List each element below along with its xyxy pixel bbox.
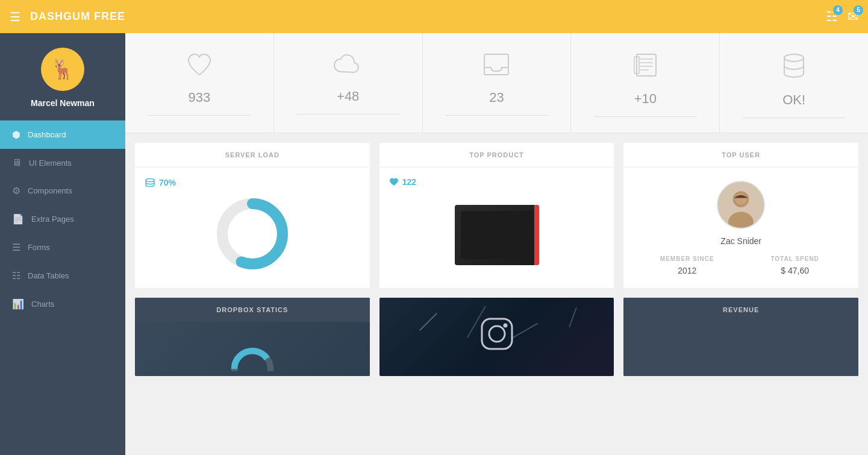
svg-point-7: [784, 54, 804, 61]
donut-svg: [210, 192, 295, 276]
revenue-title: REVENUE: [623, 298, 858, 322]
top-product-body: 122: [379, 168, 614, 288]
user-member-since: MEMBER SINCE 2012: [643, 256, 731, 275]
profile-name: Marcel Newman: [31, 98, 95, 108]
sidebar-profile: 🦌 Marcel Newman: [0, 33, 125, 121]
server-load-badge: 70%: [145, 177, 176, 188]
heart-icon: [186, 52, 213, 80]
top-user-title: TOP USER: [623, 143, 858, 168]
layout: 🦌 Marcel Newman ⬢ Dashboard 🖥 UI Element…: [0, 33, 868, 455]
bottom-row: DROPBOX STATICS: [125, 298, 868, 386]
user-total-spend: TOTAL SPEND $ 47,60: [751, 256, 839, 275]
product-image: [455, 205, 539, 265]
stat-news: +10: [571, 33, 720, 133]
database-icon: [781, 52, 807, 83]
server-load-title: SERVER LOAD: [135, 143, 370, 168]
sidebar-item-dashboard[interactable]: ⬢ Dashboard: [0, 121, 125, 149]
stat-news-value: +10: [634, 91, 657, 107]
sidebar-label-charts: Charts: [31, 300, 54, 309]
star-background: [379, 298, 614, 376]
server-load-percent: 70%: [159, 178, 176, 187]
stat-divider: [594, 116, 697, 117]
tables-icon: ☷: [12, 270, 20, 281]
revenue-card: REVENUE: [623, 298, 858, 376]
sidebar-item-components[interactable]: ⚙ Components: [0, 177, 125, 205]
member-since-label: MEMBER SINCE: [643, 256, 731, 262]
pages-icon: 📄: [12, 213, 24, 225]
total-spend-label: TOTAL SPEND: [751, 256, 839, 262]
stat-divider: [445, 115, 548, 116]
sidebar-label-extra-pages: Extra Pages: [31, 215, 74, 224]
server-load-body: 70%: [135, 168, 370, 288]
cloud-icon: [333, 52, 363, 79]
stat-database-value: OK!: [782, 92, 805, 108]
product-likes-value: 122: [402, 177, 416, 187]
dropbox-body: [135, 322, 370, 376]
sidebar-item-charts[interactable]: 📊 Charts: [0, 290, 125, 318]
stat-divider: [296, 114, 399, 115]
sidebar-item-forms[interactable]: ☰ Forms: [0, 233, 125, 262]
avatar-icon: 🦌: [51, 58, 75, 81]
stats-row: 933 +48: [125, 33, 868, 133]
sidebar: 🦌 Marcel Newman ⬢ Dashboard 🖥 UI Element…: [0, 33, 125, 455]
dropbox-card: DROPBOX STATICS: [135, 298, 370, 376]
total-spend-value: $ 47,60: [751, 266, 839, 275]
header-actions: ☷ 4 ✉ 5: [826, 9, 858, 25]
hamburger-icon[interactable]: ☰: [10, 10, 20, 24]
revenue-body: [623, 322, 858, 376]
product-likes-badge: 122: [389, 177, 416, 187]
stat-inbox-value: 23: [489, 90, 504, 105]
instagram-card: [379, 298, 614, 376]
forms-icon: ☰: [12, 242, 20, 253]
stat-likes-value: 933: [189, 90, 211, 105]
sidebar-item-data-tables[interactable]: ☷ Data Tables: [0, 262, 125, 290]
inbox-icon: [482, 52, 510, 80]
top-user-stats: MEMBER SINCE 2012 TOTAL SPEND $ 47,60: [633, 256, 849, 275]
header: ☰ DASHGUM FREE ☷ 4 ✉ 5: [0, 0, 868, 33]
member-since-value: 2012: [643, 266, 731, 275]
server-load-card: SERVER LOAD 70%: [135, 143, 370, 288]
top-user-name: Zac Snider: [720, 236, 761, 246]
sidebar-label-components: Components: [28, 186, 72, 195]
stat-database: OK!: [720, 33, 868, 133]
app-title: DASHGUM FREE: [30, 10, 826, 23]
top-user-card: TOP USER Zac Snider: [623, 143, 858, 288]
dashboard-icon: ⬢: [12, 129, 20, 140]
sidebar-item-ui-elements[interactable]: 🖥 UI Elements: [0, 149, 125, 177]
email-button[interactable]: ✉ 5: [848, 9, 858, 25]
top-user-avatar: [717, 181, 765, 229]
dropbox-title: DROPBOX STATICS: [135, 298, 370, 322]
main-content: 933 +48: [125, 33, 868, 455]
stat-inbox: 23: [423, 33, 572, 133]
sidebar-label-dashboard: Dashboard: [28, 130, 66, 139]
dropbox-donut: [222, 335, 283, 371]
svg-point-8: [146, 179, 154, 182]
product-image-inner: [461, 211, 533, 259]
sidebar-label-ui-elements: UI Elements: [29, 158, 72, 168]
svg-rect-1: [637, 54, 656, 76]
stat-likes: 933: [125, 33, 274, 133]
top-user-body: Zac Snider MEMBER SINCE 2012 TOTAL SPEND…: [623, 168, 858, 288]
components-icon: ⚙: [12, 185, 20, 196]
cards-row: SERVER LOAD 70%: [125, 133, 868, 298]
sidebar-item-extra-pages[interactable]: 📄 Extra Pages: [0, 205, 125, 233]
charts-icon: 📊: [12, 298, 24, 310]
user-avatar-svg: [718, 181, 764, 229]
messages-button[interactable]: ☷ 4: [826, 9, 838, 25]
monitor-icon: 🖥: [12, 157, 22, 168]
top-product-title: TOP PRODUCT: [379, 143, 614, 168]
sidebar-label-forms: Forms: [28, 243, 50, 252]
avatar: 🦌: [41, 48, 84, 91]
sidebar-label-data-tables: Data Tables: [28, 271, 69, 280]
sidebar-nav: ⬢ Dashboard 🖥 UI Elements ⚙ Components 📄…: [0, 121, 125, 455]
stat-divider: [148, 115, 251, 116]
top-product-card: TOP PRODUCT 122: [379, 143, 614, 288]
donut-chart: [210, 192, 295, 276]
email-badge: 5: [854, 5, 863, 15]
stat-cloud-value: +48: [337, 89, 359, 104]
stat-divider: [743, 118, 846, 118]
news-icon: [632, 52, 658, 81]
messages-badge: 4: [833, 5, 843, 15]
stat-cloud: +48: [274, 33, 423, 133]
